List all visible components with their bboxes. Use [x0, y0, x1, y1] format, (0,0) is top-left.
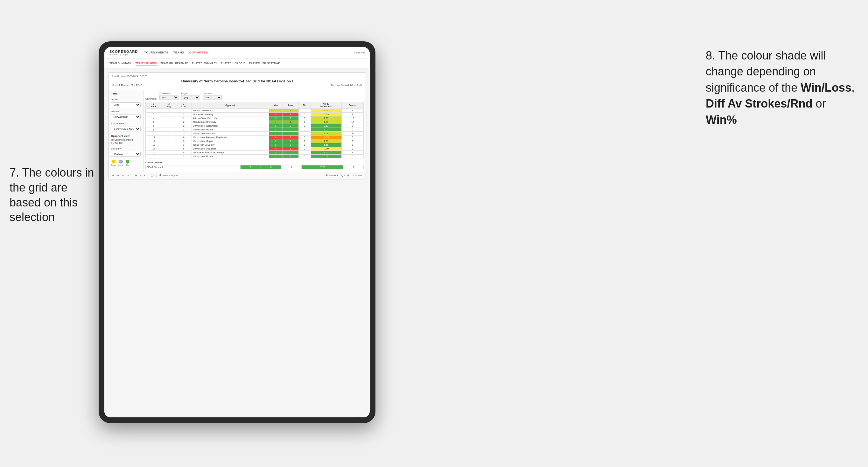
- legend-up-label: Up: [126, 164, 129, 166]
- th-win: Win: [269, 102, 283, 108]
- division-record: Division Record: 88 - 17 - 0: [331, 84, 362, 87]
- minus-btn[interactable]: −: [140, 174, 141, 177]
- cell-win: 2: [269, 108, 283, 112]
- filters-row: Opponents: Conference (All) Region (: [146, 92, 364, 100]
- comment-btn[interactable]: 💬: [341, 174, 345, 177]
- cell-rank: 14: [146, 147, 162, 151]
- main-table: #Rank #Reg #Conf Opponent Win Loss Tie D…: [146, 102, 364, 158]
- cell-win: 3: [269, 154, 283, 158]
- team-section: Team: [111, 92, 141, 95]
- share-btn[interactable]: ↗ Share: [352, 174, 362, 177]
- colour-by-select[interactable]: Win/Loss: [111, 152, 141, 157]
- cell-conf: 5: [176, 131, 191, 135]
- zoom-btn[interactable]: ⊞: [135, 174, 137, 177]
- opponents-label: Opponents:: [146, 98, 157, 100]
- division-section: Division NCAA Division I: [111, 111, 141, 119]
- cell-name: NCAA Division II: [146, 165, 241, 169]
- control-panel: Team Gender Men's Division NCAA Division: [108, 90, 144, 172]
- logo: SCOREBOARD Powered by clippd: [110, 50, 138, 56]
- opponent-view-section: Opponent View Opponents Played Top 100: [111, 134, 141, 145]
- subnav-team-summary[interactable]: TEAM SUMMARY: [110, 61, 132, 66]
- cell-conf: 4: [176, 151, 191, 154]
- cell-tie: 0: [299, 116, 311, 120]
- cell-conf: 2: [176, 112, 191, 116]
- radio-dot-opponents: [111, 139, 114, 141]
- cell-opponent: Florida State University: [191, 120, 269, 124]
- cell-loss: 1: [283, 108, 299, 112]
- cell-rounds: 3: [342, 135, 364, 139]
- view-label: 👁 View: Original: [159, 174, 178, 177]
- cell-loss: 2: [283, 120, 299, 124]
- th-diff: Diff AvStrokes/Rnd: [311, 102, 342, 108]
- report-title: University of North Carolina Head-to-Hea…: [112, 79, 362, 83]
- conference-select[interactable]: (All): [159, 95, 179, 100]
- cell-reg: -: [162, 124, 176, 128]
- cell-rank: 16: [146, 154, 162, 158]
- opponent-select[interactable]: (All): [203, 95, 222, 100]
- cell-conf: 2: [176, 120, 191, 124]
- cell-reg: -: [162, 147, 176, 151]
- undo-btn[interactable]: ↩: [112, 174, 115, 177]
- gender-select[interactable]: Men's: [111, 102, 141, 107]
- watch-btn[interactable]: 👁 Watch ▼: [326, 174, 339, 177]
- cell-opponent: University of Virginia: [191, 139, 269, 143]
- nav-tournaments[interactable]: TOURNAMENTS: [144, 50, 168, 55]
- cell-rounds: 9: [342, 143, 364, 147]
- radio-opponents-played[interactable]: Opponents Played: [111, 139, 141, 141]
- cell-reg: -: [162, 120, 176, 124]
- out-division-row: NCAA Division II 1 0 0 26.00 3: [146, 165, 364, 169]
- subnav-team-h2h-grid[interactable]: TEAM H2H GRID: [135, 61, 157, 66]
- tablet-screen: SCOREBOARD Powered by clippd TOURNAMENTS…: [104, 47, 370, 417]
- school-select[interactable]: 1. University of Nort...: [111, 127, 141, 131]
- subnav-player-h2h-heatmap[interactable]: PLAYER H2H HEATMAP: [249, 61, 280, 66]
- fwd-btn[interactable]: →: [127, 174, 129, 177]
- cell-conf: 1: [176, 143, 191, 147]
- clock-btn[interactable]: 🕐: [151, 174, 154, 177]
- legend-level: Level: [118, 160, 123, 166]
- colour-by-section: Colour by Win/Loss: [111, 148, 141, 157]
- cell-loss: 4: [283, 112, 299, 116]
- grid-btn[interactable]: ⊞: [347, 174, 349, 177]
- opponent-filter-label: Opponent: [203, 92, 222, 94]
- nav-teams[interactable]: TEAMS: [174, 50, 184, 55]
- cell-reg: -: [162, 108, 176, 112]
- report-top: Last Updated: 27/03/2024 16:55:38 Univer…: [108, 72, 366, 90]
- cell-loss: 0: [283, 131, 299, 135]
- cell-rounds: 3: [342, 124, 364, 128]
- back-btn[interactable]: ←: [122, 174, 124, 177]
- cell-opponent: Vanderbilt University: [191, 112, 269, 116]
- redo-btn[interactable]: ↪: [117, 174, 119, 177]
- cell-diff: 6.62: [311, 154, 342, 158]
- cell-win: 1: [241, 165, 261, 169]
- cell-rounds: 8: [342, 112, 364, 116]
- sign-out-link[interactable]: | Sign out: [354, 51, 365, 54]
- cell-diff: -2.29: [311, 112, 342, 116]
- legend-level-swatch: [119, 160, 123, 163]
- subnav-team-h2h-heatmap[interactable]: TEAM H2H HEATMAP: [161, 61, 188, 66]
- cell-diff: 4.50: [311, 151, 342, 154]
- table-row: 16 - 2 University of Florida 3 1 0 6.62 …: [146, 154, 364, 158]
- subnav-player-h2h-grid[interactable]: PLAYER H2H GRID: [221, 61, 246, 66]
- logo-sub: Powered by clippd: [110, 54, 138, 56]
- divider1: [132, 174, 132, 178]
- division-select[interactable]: NCAA Division I: [111, 115, 141, 119]
- cell-rank: 4: [146, 116, 162, 120]
- nav-committee[interactable]: COMMITTEE: [189, 50, 208, 55]
- cell-loss: 0: [283, 151, 299, 154]
- school-label: School (Rank): [111, 122, 141, 125]
- th-reg: #Reg: [162, 102, 176, 108]
- radio-top100[interactable]: Top 100: [111, 142, 141, 145]
- subnav-player-summary[interactable]: PLAYER SUMMARY: [192, 61, 217, 66]
- plus-btn[interactable]: +: [144, 174, 146, 177]
- cell-rounds: 3: [342, 147, 364, 151]
- region-select[interactable]: (All): [181, 95, 200, 100]
- cell-rounds: 8: [342, 131, 364, 135]
- cell-reg: -: [162, 116, 176, 120]
- cell-tie: 0: [299, 154, 311, 158]
- cell-diff: 2.28: [311, 116, 342, 120]
- cell-diff: 26.00: [301, 165, 343, 169]
- table-row: 9 - 1 University of Arizona 1 0 0 9.00 2: [146, 128, 364, 131]
- annotation-right: 8. The colour shade will change dependin…: [706, 48, 859, 128]
- cell-rank: 10: [146, 131, 162, 135]
- cell-rounds: 3: [342, 139, 364, 143]
